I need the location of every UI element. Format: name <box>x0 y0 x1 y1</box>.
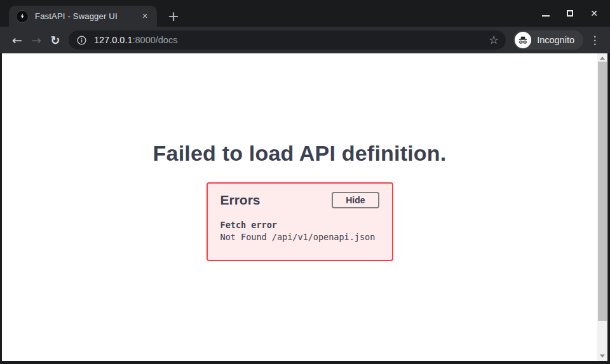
error-name: Fetch error <box>220 219 379 231</box>
tab-close-icon[interactable]: ✕ <box>139 11 151 22</box>
url-text[interactable]: 127.0.0.1:8000/docs <box>94 35 487 45</box>
error-detail: Not Found /api/v1/openapi.json <box>220 231 379 243</box>
incognito-badge: Incognito <box>513 30 583 50</box>
url-path: :8000/docs <box>132 35 177 45</box>
scroll-up-icon <box>600 57 605 60</box>
new-tab-button[interactable]: + <box>164 8 183 25</box>
forward-button[interactable]: → <box>27 30 46 50</box>
back-button[interactable]: ← <box>8 30 27 50</box>
browser-tab[interactable]: FastAPI - Swagger UI ✕ <box>9 6 157 27</box>
errors-panel-header: Errors Hide <box>220 192 379 208</box>
maximize-icon <box>567 10 573 17</box>
minimize-icon <box>542 15 550 17</box>
hide-errors-button[interactable]: Hide <box>332 192 379 208</box>
tab-title: FastAPI - Swagger UI <box>35 11 139 21</box>
window-controls: ✕ <box>541 0 610 27</box>
swagger-ui-content: Failed to load API definition. Errors Hi… <box>2 53 597 361</box>
minimize-button[interactable] <box>541 9 550 18</box>
incognito-label: Incognito <box>537 35 574 45</box>
bookmark-star-icon[interactable]: ☆ <box>487 34 500 46</box>
errors-panel: Errors Hide Fetch error Not Found /api/v… <box>207 182 393 261</box>
reload-button[interactable]: ↻ <box>46 30 65 50</box>
scrollbar-thumb[interactable] <box>598 62 607 321</box>
incognito-icon <box>515 32 531 48</box>
address-bar[interactable]: 127.0.0.1:8000/docs ☆ <box>69 30 506 50</box>
browser-toolbar: ← → ↻ 127.0.0.1:8000/docs ☆ Incognito ⋮ <box>0 27 610 53</box>
browser-menu-icon[interactable]: ⋮ <box>586 30 604 50</box>
vertical-scrollbar[interactable] <box>597 53 607 361</box>
fastapi-favicon-icon <box>16 10 29 23</box>
url-host: 127.0.0.1 <box>94 35 132 45</box>
scroll-down-icon <box>600 354 605 358</box>
scroll-down-button[interactable] <box>597 351 607 361</box>
tab-strip: FastAPI - Swagger UI ✕ + ✕ <box>0 0 610 27</box>
site-info-icon[interactable] <box>76 35 87 46</box>
failed-to-load-heading: Failed to load API definition. <box>2 53 597 166</box>
page-viewport: Failed to load API definition. Errors Hi… <box>2 53 607 361</box>
maximize-button[interactable] <box>566 9 574 18</box>
close-window-button[interactable]: ✕ <box>590 9 599 18</box>
errors-title: Errors <box>220 192 261 208</box>
